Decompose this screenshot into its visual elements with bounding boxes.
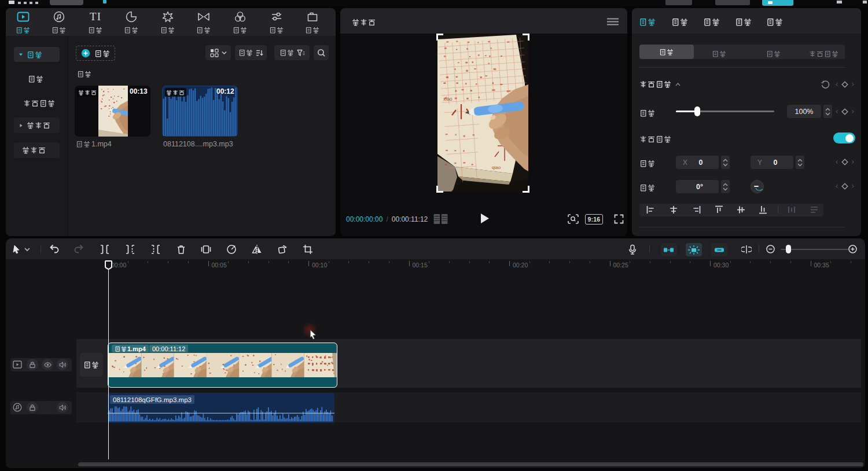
svg-text:xiao: xiao: [443, 96, 453, 102]
svg-text:qiao: qiao: [492, 165, 501, 170]
